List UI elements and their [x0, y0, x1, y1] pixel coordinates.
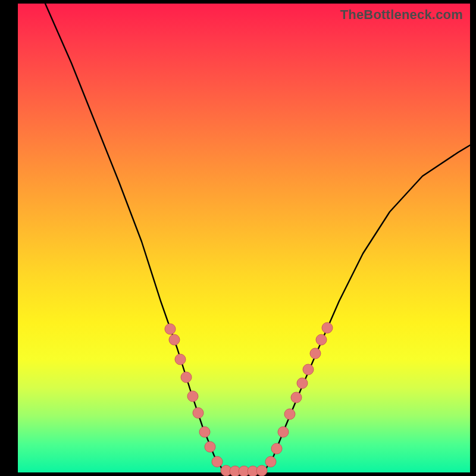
data-dot	[271, 443, 282, 454]
data-dot	[316, 334, 327, 345]
data-dot	[212, 456, 223, 467]
data-dot	[284, 409, 295, 419]
chart-overlay	[18, 4, 470, 472]
data-dot	[187, 391, 198, 402]
chart-plot-area: TheBottleneck.com	[18, 4, 470, 472]
data-dot	[297, 378, 308, 389]
bottleneck-curve	[45, 4, 470, 471]
data-dot	[193, 408, 203, 418]
data-dot	[278, 427, 289, 437]
data-dot	[169, 334, 180, 345]
data-dots-group	[165, 322, 333, 476]
data-dot	[291, 392, 302, 403]
data-dot	[175, 354, 186, 365]
chart-frame: TheBottleneck.com	[0, 0, 476, 476]
data-dot	[310, 348, 321, 359]
data-dot	[256, 465, 267, 476]
data-dot	[303, 364, 314, 375]
data-dot	[265, 456, 276, 467]
data-dot	[322, 322, 333, 333]
data-dot	[181, 372, 192, 383]
data-dot	[165, 324, 176, 334]
data-dot	[199, 427, 210, 437]
data-dot	[205, 441, 215, 452]
